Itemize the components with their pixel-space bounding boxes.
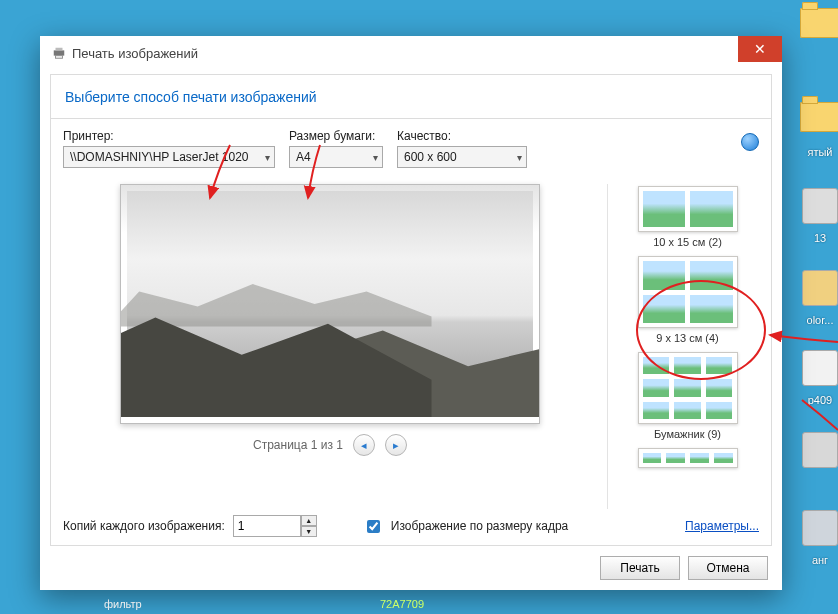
parameters-link[interactable]: Параметры... xyxy=(685,519,759,533)
copies-stepper[interactable]: ▲ ▼ xyxy=(233,515,317,537)
layout-option-wallet[interactable]: Бумажник (9) xyxy=(638,352,738,440)
desktop-icon-label[interactable]: ятый xyxy=(792,146,838,158)
printer-icon xyxy=(52,46,66,60)
copies-input[interactable] xyxy=(233,515,301,537)
svg-rect-1 xyxy=(56,48,63,51)
layout-label: 10 x 15 см (2) xyxy=(638,236,738,248)
cancel-button[interactable]: Отмена xyxy=(688,556,768,580)
copies-label: Копий каждого изображения: xyxy=(63,519,225,533)
svg-rect-2 xyxy=(56,56,63,59)
chevron-down-icon: ▾ xyxy=(265,152,270,163)
paper-size-label: Размер бумаги: xyxy=(289,129,383,143)
status-left: фильтр xyxy=(104,598,142,610)
chevron-down-icon: ▾ xyxy=(373,152,378,163)
paper-size-value: A4 xyxy=(296,150,311,164)
layout-option-partial[interactable] xyxy=(638,448,738,468)
spin-up-button[interactable]: ▲ xyxy=(301,515,317,526)
header-text: Выберите способ печати изображений xyxy=(65,89,317,105)
prev-page-button[interactable]: ◂ xyxy=(353,434,375,456)
svg-rect-0 xyxy=(54,50,65,55)
preview-pane: Страница 1 из 1 ◂ ▸ xyxy=(63,184,597,509)
print-pictures-dialog: ✕ Печать изображений Выберите способ печ… xyxy=(40,36,782,590)
layout-label: 9 x 13 см (4) xyxy=(638,332,738,344)
help-button[interactable] xyxy=(741,133,759,151)
paper-size-combo[interactable]: A4 ▾ xyxy=(289,146,383,168)
status-right: 72A7709 xyxy=(380,598,424,610)
quality-label: Качество: xyxy=(397,129,527,143)
preview-page xyxy=(120,184,540,424)
layout-list[interactable]: 10 x 15 см (2) 9 x 13 см (4) Бумажник (9… xyxy=(607,184,759,509)
layout-option-9x13[interactable]: 9 x 13 см (4) xyxy=(638,256,738,344)
pager-text: Страница 1 из 1 xyxy=(253,438,343,452)
fit-to-frame-checkbox[interactable] xyxy=(367,520,380,533)
desktop-icon-label[interactable]: p409 xyxy=(792,394,838,406)
quality-combo[interactable]: 600 x 600 ▾ xyxy=(397,146,527,168)
titlebar[interactable]: Печать изображений xyxy=(40,36,782,70)
next-page-button[interactable]: ▸ xyxy=(385,434,407,456)
print-button[interactable]: Печать xyxy=(600,556,680,580)
close-button[interactable]: ✕ xyxy=(738,36,782,62)
dialog-title: Печать изображений xyxy=(72,46,198,61)
arrow-right-icon: ▸ xyxy=(393,439,399,452)
printer-value: \\DOMASHNIY\HP LaserJet 1020 xyxy=(70,150,249,164)
dialog-header: Выберите способ печати изображений xyxy=(50,74,772,118)
close-icon: ✕ xyxy=(754,41,766,57)
desktop-icon-label[interactable]: olor... xyxy=(792,314,838,326)
printer-combo[interactable]: \\DOMASHNIY\HP LaserJet 1020 ▾ xyxy=(63,146,275,168)
spin-down-button[interactable]: ▼ xyxy=(301,526,317,537)
layout-label: Бумажник (9) xyxy=(638,428,738,440)
chevron-down-icon: ▾ xyxy=(517,152,522,163)
printer-label: Принтер: xyxy=(63,129,275,143)
desktop-icon-label[interactable]: анг xyxy=(792,554,838,566)
quality-value: 600 x 600 xyxy=(404,150,457,164)
desktop-icon-label[interactable]: 13 xyxy=(792,232,838,244)
layout-option-10x15[interactable]: 10 x 15 см (2) xyxy=(638,186,738,248)
fit-to-frame-label: Изображение по размеру кадра xyxy=(391,519,568,533)
arrow-left-icon: ◂ xyxy=(361,439,367,452)
